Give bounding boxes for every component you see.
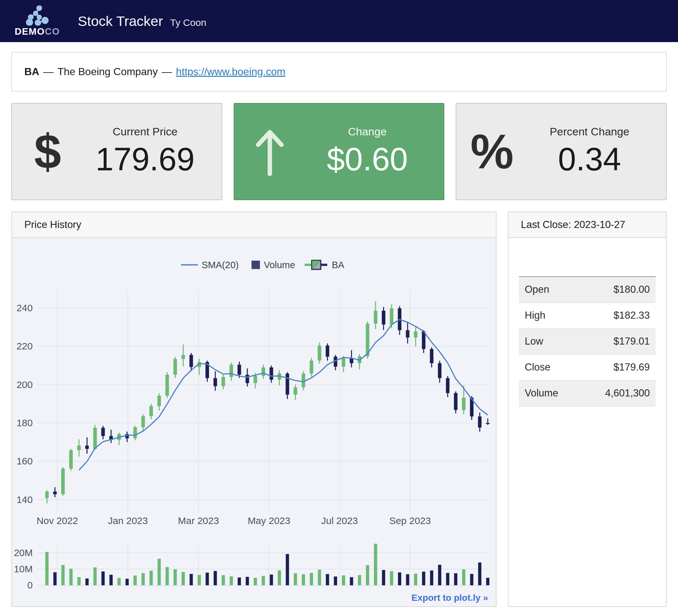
candlestick-chart[interactable]: 24022020018016014020M10M0Nov 2022Jan 202…	[12, 238, 496, 606]
change-value: $0.60	[327, 140, 408, 178]
stat-cards: $ Current Price 179.69 Change $0.60 % Pe…	[11, 103, 667, 200]
price-history-chart[interactable]: 24022020018016014020M10M0Nov 2022Jan 202…	[12, 238, 496, 606]
ticker-bar: BA — The Boeing Company — https://www.bo…	[11, 52, 667, 92]
table-row-low: Low$179.01	[519, 328, 656, 354]
last-close-panel: Last Close: 2023-10-27 Open$180.00 High$…	[508, 211, 667, 607]
percent-icon: %	[470, 127, 514, 176]
current-price-value: 179.69	[96, 140, 195, 178]
table-row-close: Close$179.69	[519, 354, 656, 380]
volume-bars[interactable]	[45, 544, 489, 585]
table-row-open: Open$180.00	[519, 277, 656, 302]
ticker-symbol: BA	[24, 66, 39, 78]
svg-text:240: 240	[16, 302, 33, 313]
current-price-card: $ Current Price 179.69	[11, 103, 222, 200]
candlestick-series[interactable]	[45, 301, 489, 503]
export-plotly-link[interactable]: Export to plot.ly »	[412, 593, 488, 603]
change-card: Change $0.60	[234, 103, 445, 200]
app-header: DEMOCO Stock Tracker Ty Coon	[0, 0, 678, 42]
app-subtitle: Ty Coon	[170, 17, 206, 28]
separator: —	[43, 66, 53, 78]
svg-text:140: 140	[16, 494, 33, 505]
arrow-up-icon	[253, 126, 287, 177]
svg-text:220: 220	[16, 341, 33, 352]
svg-text:160: 160	[16, 456, 33, 466]
svg-text:BA: BA	[332, 260, 344, 270]
svg-text:10M: 10M	[14, 564, 33, 574]
dollar-icon: $	[34, 127, 61, 176]
table-row-high: High$182.33	[519, 302, 656, 328]
price-history-panel: Price History 24022020018016014020M10M0N…	[11, 211, 496, 607]
svg-text:Nov 2022: Nov 2022	[37, 515, 78, 526]
svg-text:Jan 2023: Jan 2023	[108, 515, 148, 526]
company-url-link[interactable]: https://www.boeing.com	[176, 66, 286, 78]
company-name: The Boeing Company	[58, 66, 158, 78]
brand-name: DEMOCO	[14, 26, 60, 37]
brand-logo: DEMOCO	[13, 5, 62, 37]
card-label: Current Price	[112, 125, 177, 138]
svg-text:Sep 2023: Sep 2023	[389, 515, 431, 526]
percent-change-value: 0.34	[558, 140, 621, 178]
svg-text:SMA(20): SMA(20)	[201, 260, 238, 270]
percent-change-card: % Percent Change 0.34	[456, 103, 667, 200]
legend-item-volume[interactable]: Volume	[252, 260, 295, 270]
sma-line	[79, 319, 488, 470]
card-label: Change	[348, 125, 387, 138]
page: DEMOCO Stock Tracker Ty Coon BA — The Bo…	[0, 0, 678, 616]
molecule-icon	[25, 5, 49, 26]
svg-text:May 2023: May 2023	[248, 515, 290, 526]
svg-text:Volume: Volume	[264, 260, 295, 270]
svg-text:0: 0	[27, 580, 33, 590]
price-history-title: Price History	[12, 212, 496, 238]
legend-item-sma[interactable]: SMA(20)	[181, 260, 238, 270]
separator: —	[162, 66, 172, 78]
legend-item-ba[interactable]: BA	[305, 260, 344, 270]
ohlc-table: Open$180.00 High$182.33 Low$179.01 Close…	[519, 276, 656, 406]
svg-text:20M: 20M	[14, 547, 33, 558]
svg-text:180: 180	[16, 417, 33, 428]
last-close-title: Last Close: 2023-10-27	[509, 212, 666, 238]
app-title: Stock Tracker	[78, 13, 163, 29]
card-label: Percent Change	[550, 125, 629, 138]
svg-text:Jul 2023: Jul 2023	[321, 515, 358, 526]
svg-text:Mar 2023: Mar 2023	[178, 515, 219, 526]
svg-text:200: 200	[16, 379, 33, 390]
chart-legend: SMA(20)VolumeBA	[181, 260, 344, 270]
table-row-volume: Volume4,601,300	[519, 380, 656, 406]
